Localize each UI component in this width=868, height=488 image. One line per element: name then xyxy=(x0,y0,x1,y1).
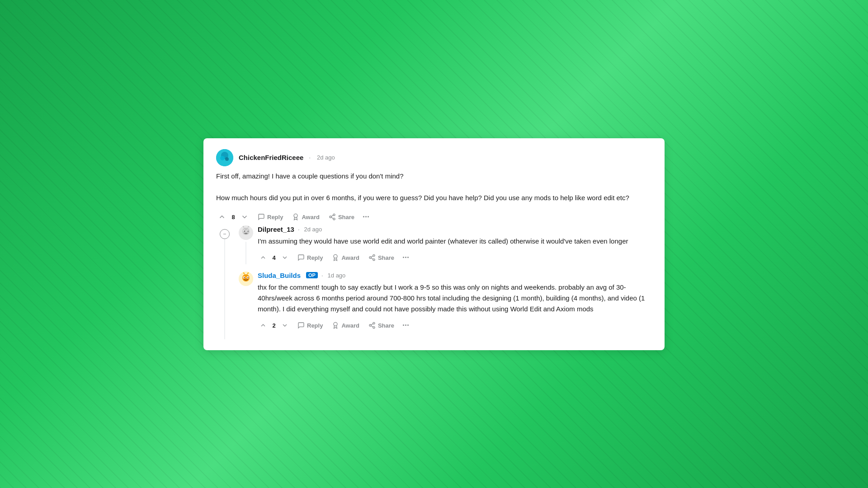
downvote-icon xyxy=(281,322,288,329)
reply-2-share-button[interactable]: Share xyxy=(365,319,398,331)
reply-1-share-button[interactable]: Share xyxy=(365,252,398,263)
reply-2-award-button[interactable]: Award xyxy=(328,319,363,331)
reply-1-avatar-col xyxy=(239,225,253,264)
svg-point-32 xyxy=(247,277,248,278)
reply-2-avatar-col xyxy=(239,272,253,332)
downvote-button[interactable] xyxy=(239,211,250,223)
more-button[interactable]: ··· xyxy=(360,211,372,224)
minus-icon xyxy=(222,232,227,236)
vote-count: 8 xyxy=(231,214,236,221)
reply-1-reply-button[interactable]: Reply xyxy=(294,252,326,263)
reply-2: Sluda_Builds OP · 1d ago thx for the com… xyxy=(239,272,652,332)
svg-line-25 xyxy=(371,258,373,259)
svg-point-37 xyxy=(248,272,249,273)
main-comment-header: ChickenFriedRiceee · 2d ago xyxy=(216,149,652,166)
reply-2-vote-section: 2 xyxy=(258,320,290,331)
avatar xyxy=(216,149,233,166)
reply-icon xyxy=(297,254,305,261)
reply-2-avatar xyxy=(239,272,253,286)
reply-1-more-button[interactable]: ··· xyxy=(400,251,412,264)
svg-point-39 xyxy=(373,322,375,324)
dilpreet-avatar-image xyxy=(239,225,253,240)
svg-point-3 xyxy=(225,157,229,161)
award-button[interactable]: Award xyxy=(288,211,323,223)
sluda-avatar-image xyxy=(239,272,253,286)
upvote-icon xyxy=(259,322,267,329)
reply-2-more-button[interactable]: ··· xyxy=(400,319,412,332)
svg-line-43 xyxy=(371,324,373,325)
svg-point-16 xyxy=(247,230,248,231)
svg-point-2 xyxy=(220,156,225,160)
reply-1-action-bar: 4 Reply Award xyxy=(258,251,652,264)
downvote-icon xyxy=(241,213,249,221)
svg-point-31 xyxy=(244,277,245,278)
award-icon xyxy=(332,322,339,329)
svg-point-35 xyxy=(243,272,245,273)
award-icon xyxy=(292,213,299,221)
svg-point-40 xyxy=(369,324,371,326)
main-comment-body: First off, amazing! I have a couple ques… xyxy=(216,171,652,203)
collapse-button[interactable] xyxy=(220,229,230,239)
downvote-icon xyxy=(281,254,288,261)
share-icon xyxy=(368,322,376,329)
reply-2-action-bar: 2 Reply Award xyxy=(258,319,652,332)
reply-1-avatar xyxy=(239,225,253,240)
reply-1-award-button[interactable]: Award xyxy=(328,252,363,263)
reply-1: Dilpreet_13 · 2d ago I'm assuming they w… xyxy=(239,225,652,264)
reply-icon xyxy=(258,213,265,221)
reply-2-body: thx for the comment! tough to say exactl… xyxy=(258,282,652,314)
svg-point-15 xyxy=(244,230,245,231)
reply-1-timestamp: 2d ago xyxy=(304,226,322,233)
svg-point-22 xyxy=(373,254,375,256)
award-icon xyxy=(332,254,339,261)
svg-point-23 xyxy=(369,257,371,258)
main-username[interactable]: ChickenFriedRiceee xyxy=(239,154,303,161)
reply-icon xyxy=(297,322,305,329)
op-badge: OP xyxy=(306,272,318,278)
upvote-icon xyxy=(218,213,226,221)
svg-line-8 xyxy=(331,217,334,219)
thread-line xyxy=(224,239,225,339)
reply-1-username[interactable]: Dilpreet_13 xyxy=(258,225,294,233)
reply-1-vote-section: 4 xyxy=(258,252,290,263)
reply-2-content: Sluda_Builds OP · 1d ago thx for the com… xyxy=(258,272,652,332)
main-timestamp: 2d ago xyxy=(317,154,335,161)
main-action-bar: 8 Reply Award Share ··· xyxy=(216,211,652,224)
main-comment: ChickenFriedRiceee · 2d ago First off, a… xyxy=(216,149,652,224)
vote-section: 8 xyxy=(216,211,250,223)
reply-2-header: Sluda_Builds OP · 1d ago xyxy=(258,272,652,279)
svg-line-9 xyxy=(331,215,334,216)
thread-line-wrap xyxy=(216,225,233,339)
avatar-image xyxy=(216,149,233,166)
comment-card: ChickenFriedRiceee · 2d ago First off, a… xyxy=(203,138,665,350)
svg-point-5 xyxy=(333,214,335,216)
share-button[interactable]: Share xyxy=(325,211,358,223)
reply-2-downvote-button[interactable] xyxy=(279,320,290,331)
reply-2-timestamp: 1d ago xyxy=(328,272,346,279)
reply-button[interactable]: Reply xyxy=(254,211,287,223)
svg-point-19 xyxy=(243,225,244,227)
reply-1-downvote-button[interactable] xyxy=(279,252,290,263)
reply-2-reply-button[interactable]: Reply xyxy=(294,319,326,331)
svg-point-6 xyxy=(330,216,331,218)
svg-point-7 xyxy=(333,218,335,220)
dot-separator: · xyxy=(309,154,311,161)
reply-1-header: Dilpreet_13 · 2d ago xyxy=(258,225,652,233)
svg-line-42 xyxy=(371,326,373,327)
upvote-button[interactable] xyxy=(216,211,228,223)
reply-2-upvote-button[interactable] xyxy=(258,320,269,331)
svg-point-33 xyxy=(245,278,246,279)
reply-1-vote-count: 4 xyxy=(271,254,277,261)
svg-line-26 xyxy=(371,256,373,257)
reply-1-upvote-button[interactable] xyxy=(258,252,269,263)
share-icon xyxy=(329,213,336,221)
reply-1-content: Dilpreet_13 · 2d ago I'm assuming they w… xyxy=(258,225,652,264)
reply-2-vote-count: 2 xyxy=(271,322,277,329)
svg-point-21 xyxy=(334,254,337,258)
svg-point-20 xyxy=(248,225,250,227)
reply-1-body: I'm assuming they would have use world e… xyxy=(258,236,652,247)
svg-point-38 xyxy=(334,322,337,326)
svg-point-41 xyxy=(373,327,375,328)
reply-2-username[interactable]: Sluda_Builds xyxy=(258,272,301,279)
svg-point-24 xyxy=(373,259,375,261)
